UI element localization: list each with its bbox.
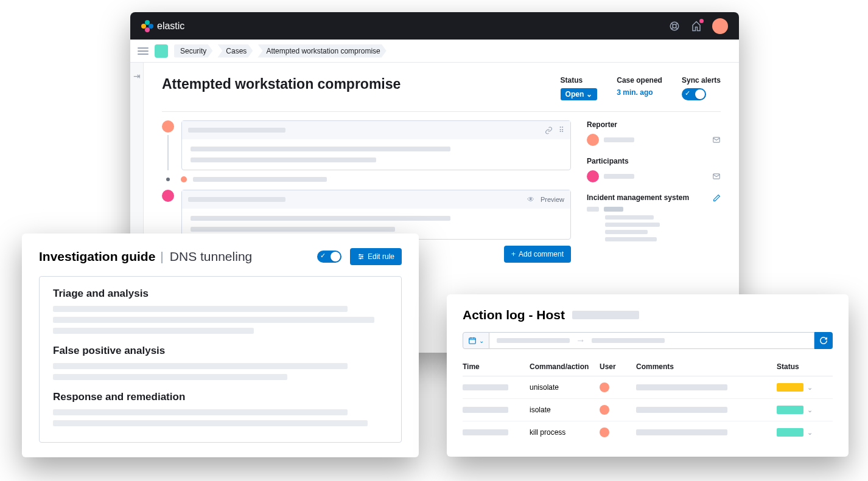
crumb-security[interactable]: Security (174, 44, 212, 58)
chevron-down-icon: ⌄ (479, 337, 484, 344)
cmd-cell: isolate (530, 406, 600, 414)
crumb-cases[interactable]: Cases (217, 44, 253, 58)
chevron-down-icon[interactable]: ⌄ (807, 406, 813, 414)
opened-value[interactable]: 3 min. ago (617, 88, 662, 97)
ig-section-response: Response and remediation (53, 391, 388, 426)
ig-toggle[interactable] (317, 251, 341, 263)
ig-section-triage: Triage and analysis (53, 288, 388, 334)
news-icon[interactable] (690, 20, 702, 32)
case-meta: Status Open ⌄ Case opened 3 min. ago Syn… (561, 76, 721, 100)
eye-icon: 👁 (527, 195, 534, 204)
participants-section: Participants (587, 157, 721, 182)
svg-point-4 (359, 254, 360, 255)
page-header: Attempted workstation compromise Status … (162, 76, 721, 112)
notification-badge (699, 19, 704, 23)
al-title-row: Action log - Host (463, 308, 833, 322)
crumb-current: Attempted workstation compromise (257, 44, 386, 58)
avatar-dot (162, 120, 174, 133)
table-row[interactable]: unisolate ⌄ (463, 376, 833, 399)
svg-point-5 (362, 256, 363, 257)
ig-content: Triage and analysis False positive analy… (39, 276, 402, 443)
timeline-entry: 👁 Preview (162, 190, 571, 240)
pencil-icon[interactable] (713, 194, 721, 202)
logo-icon (141, 20, 153, 32)
user-avatar-small (600, 382, 609, 392)
topbar: elastic (130, 12, 739, 40)
comment-card[interactable]: 👁 Preview (181, 190, 571, 240)
cmd-cell: unisolate (530, 383, 600, 392)
participant-avatar[interactable] (587, 170, 599, 182)
status-badge (777, 406, 803, 414)
sync-block: Sync alerts (682, 76, 721, 100)
table-header: Time Command/action User Comments Status (463, 358, 833, 376)
preview-text[interactable]: Preview (541, 196, 564, 203)
comment-card[interactable]: ⠿ (181, 120, 571, 170)
timeline-event (166, 176, 571, 182)
mail-icon[interactable] (712, 172, 721, 181)
ig-subject: DNS tunneling (170, 249, 252, 264)
user-avatar-small (600, 427, 609, 437)
cmd-cell: kill process (530, 428, 600, 437)
al-toolbar: ⌄ → (463, 332, 833, 349)
svg-point-6 (360, 258, 361, 259)
more-icon[interactable]: ⠿ (559, 126, 564, 134)
elastic-logo[interactable]: elastic (141, 20, 184, 32)
table-row[interactable]: kill process ⌄ (463, 421, 833, 443)
status-dropdown[interactable]: Open ⌄ (561, 88, 598, 100)
add-comment-button[interactable]: + Add comment (504, 246, 571, 263)
opened-label: Case opened (617, 76, 662, 85)
brand-text: elastic (157, 21, 184, 32)
sliders-icon (357, 253, 365, 260)
plus-icon: + (511, 250, 516, 258)
ig-header: Investigation guide | DNS tunneling Edit… (39, 248, 402, 265)
sync-toggle[interactable] (682, 88, 706, 100)
status-badge (777, 428, 803, 437)
breadcrumbs: Security Cases Attempted workstation com… (174, 44, 391, 58)
app-badge[interactable] (155, 44, 168, 58)
status-badge (777, 383, 803, 392)
ig-section-false-positive: False positive analysis (53, 345, 388, 380)
chevron-down-icon[interactable]: ⌄ (807, 384, 813, 392)
user-avatar-small (600, 405, 609, 415)
help-icon[interactable] (668, 20, 681, 32)
user-avatar[interactable] (712, 18, 728, 34)
date-range-input[interactable]: → (489, 332, 814, 349)
sync-label: Sync alerts (682, 76, 721, 85)
ims-section: Incident management system (587, 193, 721, 241)
page-title: Attempted workstation compromise (162, 76, 401, 92)
case-sidebar: Reporter Participants (587, 120, 721, 263)
ig-title: Investigation guide (39, 249, 155, 264)
chevron-down-icon[interactable]: ⌄ (807, 429, 813, 437)
link-icon[interactable] (545, 126, 553, 134)
opened-block: Case opened 3 min. ago (617, 76, 662, 100)
edit-rule-button[interactable]: Edit rule (350, 248, 402, 265)
arrow-right-icon: → (576, 335, 586, 346)
topbar-actions (668, 18, 728, 34)
menu-icon[interactable] (138, 47, 149, 55)
chevron-down-icon: ⌄ (586, 90, 592, 99)
calendar-icon (468, 336, 477, 345)
reporter-section: Reporter (587, 120, 721, 146)
table-row[interactable]: isolate ⌄ (463, 399, 833, 421)
status-block: Status Open ⌄ (561, 76, 598, 100)
timeline-entry: ⠿ (162, 120, 571, 170)
action-log-panel: Action log - Host ⌄ → Time Command/actio… (447, 294, 849, 457)
status-label: Status (561, 76, 598, 85)
date-quick-button[interactable]: ⌄ (463, 332, 489, 349)
refresh-button[interactable] (814, 332, 833, 349)
svg-rect-7 (469, 338, 476, 344)
avatar-dot (162, 190, 174, 202)
breadcrumb-bar: Security Cases Attempted workstation com… (130, 40, 739, 63)
reporter-avatar[interactable] (587, 134, 599, 146)
action-log-table: Time Command/action User Comments Status… (463, 358, 833, 443)
investigation-guide-panel: Investigation guide | DNS tunneling Edit… (22, 234, 419, 457)
svg-point-1 (673, 24, 676, 28)
mail-icon[interactable] (712, 136, 721, 144)
